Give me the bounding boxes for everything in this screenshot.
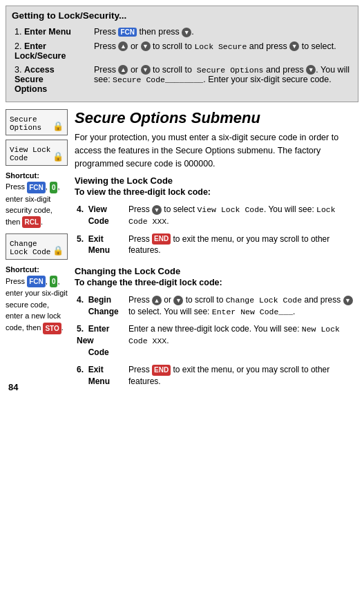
select-badge3: ▼	[306, 65, 316, 75]
change-step6-text: Press END to exit the menu, or you may s…	[126, 361, 358, 390]
shortcut1-block: Shortcut: Press FCN, 0, enter six-digit …	[6, 170, 68, 229]
up-arrow-badge3: ▲	[118, 65, 128, 75]
step3-instruction: Press ▲ or ▼ to scroll to Secure Options…	[91, 63, 352, 96]
zero-badge2: 0	[50, 276, 58, 287]
select-badge: ▼	[289, 41, 299, 51]
down-arrow-badge3: ▼	[141, 65, 151, 75]
change-step6-label: 6. Exit Menu	[75, 361, 126, 390]
fcn-badge3: FCN	[27, 276, 46, 287]
sidebar: Secure Options 🔒 View Lock Code 🔒 Shortc…	[6, 109, 68, 397]
lock-icon2: 🔒	[52, 151, 64, 162]
select-c4: ▼	[343, 296, 353, 305]
view-step-5: 5. Exit Menu Press END to exit the menu,…	[75, 231, 358, 260]
view-step-4: 4. View Code Press ▼ to select View Lock…	[75, 201, 358, 230]
change-lock-title: Changing the Lock Code	[75, 266, 358, 276]
change-section: Changing the Lock Code To change the thr…	[75, 266, 358, 390]
table-row: 1. Enter Menu Press FCN then press ▼.	[12, 25, 352, 39]
fcn-badge: FCN	[118, 28, 137, 37]
change-step-4: 4. Begin Change Press ▲ or ▼ to scroll t…	[75, 292, 358, 321]
view-step5-text: Press END to exit the menu, or you may s…	[126, 231, 358, 260]
down-arrow-v4: ▼	[152, 205, 162, 215]
change-step5-label: 5. Enter New Code	[75, 321, 126, 361]
sto-badge: STO	[43, 323, 61, 334]
step2-label: 2. EnterLock/Secure	[12, 39, 91, 63]
shortcut2-text: Press FCN, 0, enter your six-digit secur…	[6, 276, 68, 334]
step1-instruction: Press FCN then press ▼.	[91, 25, 352, 39]
main-content: Secure Options 🔒 View Lock Code 🔒 Shortc…	[0, 106, 364, 400]
zero-badge: 0	[50, 182, 58, 193]
view-step5-label: 5. Exit Menu	[75, 231, 126, 260]
step1-number: 1.	[15, 27, 24, 37]
change-lock-code-label: Change Lock Code	[10, 240, 50, 256]
up-arrow-badge: ▲	[118, 41, 128, 51]
secure-options-text: Secure Options	[192, 66, 264, 75]
change-lock-mono: Change Lock Code	[226, 296, 302, 305]
down-arrow-badge: ▼	[182, 28, 191, 37]
view-step4-label: 4. View Code	[75, 201, 126, 230]
view-lock-subtitle: To view the three-digit lock code:	[75, 187, 358, 197]
view-section: Viewing the Lock Code To view the three-…	[75, 175, 358, 259]
change-step4-label: 4. Begin Change	[75, 292, 126, 321]
step2-instruction: Press ▲ or ▼ to scroll to Lock Secure an…	[91, 39, 352, 63]
step3-label: 3. AccessSecureOptions	[12, 63, 91, 96]
down-arrow-c4: ▼	[173, 296, 183, 305]
page-title: Secure Options Submenu	[75, 109, 358, 127]
shortcut1-text: Press FCN, 0, enter six-digit security c…	[6, 181, 68, 228]
right-content: Secure Options Submenu For your protecti…	[75, 109, 358, 397]
view-step-table: 4. View Code Press ▼ to select View Lock…	[75, 201, 358, 259]
instruction-box: Getting to Lock/Security... 1. Enter Men…	[6, 6, 358, 102]
rcl-badge: RCL	[22, 216, 41, 228]
change-step-5: 5. Enter New Code Enter a new three-digi…	[75, 321, 358, 361]
shortcut2-label: Shortcut:	[6, 265, 39, 274]
end-badge: END	[152, 233, 171, 245]
table-row: 3. AccessSecureOptions Press ▲ or ▼ to s…	[12, 63, 352, 96]
secure-code-text: Secure Code________	[113, 75, 203, 84]
change-step4-text: Press ▲ or ▼ to scroll to Change Lock Co…	[126, 292, 358, 321]
view-step4-text: Press ▼ to select View Lock Code. You wi…	[126, 201, 358, 230]
secure-options-item: Secure Options 🔒	[6, 109, 68, 135]
enter-new-code-mono: Enter New Code___	[212, 307, 293, 316]
change-step-table: 4. Begin Change Press ▲ or ▼ to scroll t…	[75, 292, 358, 390]
change-step-6: 6. Exit Menu Press END to exit the menu,…	[75, 361, 358, 390]
step3-number: 3.	[15, 65, 24, 75]
change-step5-text: Enter a new three-digit lock code. You w…	[126, 321, 358, 361]
step1-title: Enter Menu	[24, 27, 71, 37]
end-badge2: END	[152, 365, 171, 376]
fcn-badge2: FCN	[27, 182, 46, 193]
instruction-title: Getting to Lock/Security...	[12, 10, 352, 21]
secure-options-label: Secure Options	[10, 115, 41, 132]
change-lock-code-item: Change Lock Code 🔒	[6, 233, 68, 260]
lock-secure-text: Lock Secure	[194, 42, 247, 51]
new-lock-code-mono: New Lock Code XXX	[128, 325, 340, 345]
page-number: 84	[8, 382, 18, 392]
instruction-table: 1. Enter Menu Press FCN then press ▼. 2.…	[12, 25, 352, 96]
intro-text: For your protection, you must enter a si…	[75, 131, 358, 170]
view-lock-title: Viewing the Lock Code	[75, 175, 358, 186]
shortcut2-block: Shortcut: Press FCN, 0, enter your six-d…	[6, 264, 68, 334]
shortcut1-label: Shortcut:	[6, 171, 39, 180]
change-lock-subtitle: To change the three-digit lock code:	[75, 278, 358, 287]
view-lock-code-label: View Lock Code	[10, 146, 50, 162]
table-row: 2. EnterLock/Secure Press ▲ or ▼ to scro…	[12, 39, 352, 63]
lock-icon: 🔒	[52, 121, 64, 132]
lock-icon3: 🔒	[52, 245, 64, 256]
step2-number: 2.	[15, 41, 24, 51]
view-lock-code-item: View Lock Code 🔒	[6, 140, 68, 166]
down-arrow-badge2: ▼	[141, 41, 151, 51]
step1-label: 1. Enter Menu	[12, 25, 91, 39]
up-arrow-c4: ▲	[152, 296, 162, 305]
view-lock-code-mono: View Lock Code	[197, 205, 264, 214]
